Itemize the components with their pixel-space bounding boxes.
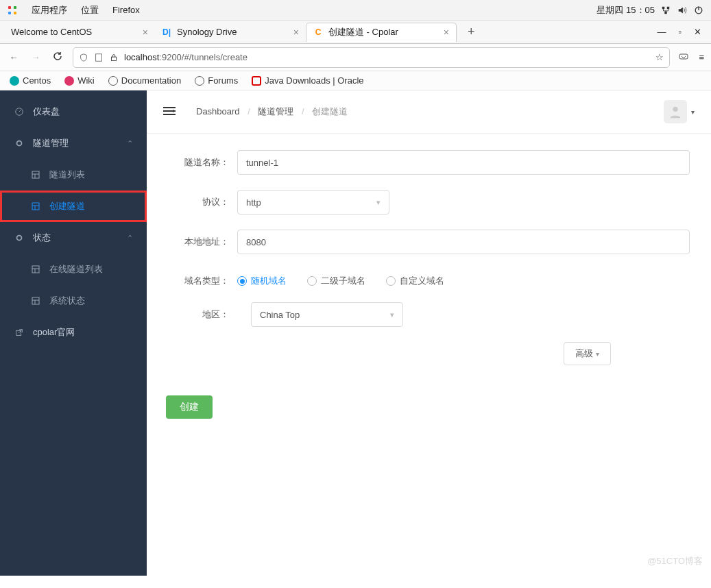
- close-icon[interactable]: ×: [444, 27, 449, 38]
- desktop-menu-apps[interactable]: 应用程序: [32, 4, 67, 16]
- desktop-menu-firefox[interactable]: Firefox: [112, 5, 140, 15]
- bookmark-documentation[interactable]: Documentation: [108, 75, 181, 86]
- breadcrumb: Dashboard / 隧道管理 / 创建隧道: [196, 106, 348, 118]
- select-value: China Top: [260, 310, 300, 320]
- window-close-icon[interactable]: ✕: [694, 27, 701, 37]
- list-icon: [30, 295, 41, 306]
- create-button[interactable]: 创建: [166, 395, 213, 419]
- desktop-clock: 星期四 15：05: [596, 4, 655, 16]
- app-menu-icon[interactable]: ≡: [699, 52, 704, 62]
- svg-rect-20: [32, 297, 39, 304]
- sidebar-item-tunnel-list[interactable]: 隧道列表: [0, 159, 147, 191]
- svg-rect-17: [32, 266, 39, 273]
- tab-centos[interactable]: Welcome to CentOS ×: [4, 23, 155, 42]
- create-tunnel-form: 隧道名称： 协议： http ▾ 本地地址： 域名类型： 随机域名 二级子域名: [147, 134, 711, 435]
- watermark: @51CTO博客: [647, 555, 703, 567]
- list-icon: [30, 264, 41, 275]
- desktop-menu-places[interactable]: 位置: [81, 4, 99, 16]
- crumb-current: 创建隧道: [312, 106, 348, 117]
- browser-toolbar: ← → localhost:9200/#/tunnels/create ☆ ≡: [0, 44, 711, 71]
- bookmark-icon: [64, 76, 74, 86]
- sidebar-item-create-tunnel[interactable]: 创建隧道: [0, 191, 147, 222]
- avatar[interactable]: [664, 100, 687, 123]
- toggle-sidebar-icon[interactable]: [163, 105, 176, 119]
- network-icon[interactable]: [660, 5, 671, 16]
- sidebar-item-label: 在线隧道列表: [49, 263, 103, 275]
- label-local-addr: 本地地址：: [166, 236, 237, 248]
- apps-icon: [7, 5, 18, 16]
- chevron-up-icon: ⌃: [127, 234, 133, 243]
- radio-custom-domain[interactable]: 自定义域名: [386, 275, 444, 287]
- select-region[interactable]: China Top ▾: [251, 302, 403, 327]
- globe-icon: [195, 76, 204, 86]
- forward-button[interactable]: →: [29, 52, 43, 62]
- sidebar-item-label: 状态: [33, 232, 51, 244]
- tab-synology[interactable]: D| Synology Drive ×: [155, 23, 306, 42]
- input-local-addr[interactable]: [237, 230, 690, 254]
- svg-rect-10: [32, 171, 39, 178]
- tab-label: 创建隧道 - Cpolar: [328, 26, 398, 38]
- label-domain-type: 域名类型：: [166, 275, 237, 287]
- tab-cpolar[interactable]: C 创建隧道 - Cpolar ×: [306, 23, 457, 42]
- sidebar-item-status[interactable]: 状态 ⌃: [0, 222, 147, 254]
- lock-icon: [109, 53, 119, 62]
- back-button[interactable]: ←: [7, 52, 21, 62]
- chevron-down-icon[interactable]: ▾: [691, 108, 695, 116]
- label-protocol: 协议：: [166, 196, 237, 208]
- external-link-icon: [14, 327, 25, 338]
- bookmark-centos[interactable]: Centos: [10, 75, 51, 86]
- reload-button[interactable]: [51, 51, 64, 64]
- bookmark-wiki[interactable]: Wiki: [64, 75, 95, 86]
- sidebar-item-system-status[interactable]: 系统状态: [0, 285, 147, 317]
- content-header: Dashboard / 隧道管理 / 创建隧道 ▾: [147, 90, 711, 134]
- input-tunnel-name[interactable]: [237, 150, 690, 175]
- svg-marker-27: [173, 110, 176, 112]
- advanced-button[interactable]: 高级 ▾: [564, 342, 611, 365]
- svg-rect-13: [32, 203, 39, 210]
- close-icon[interactable]: ×: [143, 27, 148, 38]
- sidebar-item-online-list[interactable]: 在线隧道列表: [0, 254, 147, 285]
- svg-rect-1: [667, 6, 670, 9]
- window-maximize-icon[interactable]: ▫: [678, 27, 682, 37]
- crumb-dashboard[interactable]: Dashboard: [196, 106, 240, 117]
- list-icon: [30, 201, 41, 212]
- chevron-up-icon: ⌃: [127, 139, 133, 148]
- address-bar[interactable]: localhost:9200/#/tunnels/create ☆: [73, 47, 670, 68]
- tab-favicon: D|: [162, 27, 171, 37]
- select-protocol[interactable]: http ▾: [237, 190, 389, 215]
- sidebar-item-official-site[interactable]: cpolar官网: [0, 317, 147, 348]
- chevron-down-icon: ▾: [390, 310, 394, 319]
- sidebar-item-label: 仪表盘: [33, 106, 60, 118]
- bookmark-icon: [252, 76, 261, 86]
- shield-icon: [79, 53, 88, 62]
- new-tab-button[interactable]: +: [461, 25, 482, 39]
- page-icon: [94, 53, 104, 62]
- select-value: http: [246, 197, 261, 208]
- bookmark-star-icon[interactable]: ☆: [655, 52, 664, 62]
- sidebar-item-label: 隧道列表: [49, 169, 85, 181]
- radio-random-domain[interactable]: 随机域名: [237, 275, 287, 287]
- tab-label: Welcome to CentOS: [11, 27, 92, 37]
- crumb-tunnel-mgmt[interactable]: 隧道管理: [258, 106, 293, 117]
- sidebar-item-label: 隧道管理: [33, 137, 69, 149]
- url-text: localhost:9200/#/tunnels/create: [124, 52, 650, 62]
- window-minimize-icon[interactable]: —: [657, 27, 666, 37]
- sidebar-item-dashboard[interactable]: 仪表盘: [0, 96, 147, 127]
- close-icon[interactable]: ×: [293, 27, 299, 38]
- sidebar-item-tunnel-mgmt[interactable]: 隧道管理 ⌃: [0, 127, 147, 159]
- bookmark-java[interactable]: Java Downloads | Oracle: [252, 75, 363, 86]
- pocket-icon[interactable]: [678, 52, 689, 63]
- bookmark-icon: [10, 76, 19, 86]
- volume-icon[interactable]: [677, 5, 688, 16]
- power-icon[interactable]: [693, 5, 704, 16]
- svg-point-28: [673, 107, 677, 112]
- browser-tabstrip: Welcome to CentOS × D| Synology Drive × …: [0, 21, 711, 44]
- svg-rect-0: [662, 6, 665, 9]
- sidebar-item-label: 系统状态: [49, 295, 85, 307]
- chevron-down-icon: ▾: [376, 198, 381, 207]
- status-icon: [14, 232, 25, 243]
- svg-point-9: [17, 141, 22, 146]
- radio-subdomain[interactable]: 二级子域名: [307, 275, 365, 287]
- svg-rect-5: [96, 53, 102, 61]
- bookmark-forums[interactable]: Forums: [195, 75, 238, 86]
